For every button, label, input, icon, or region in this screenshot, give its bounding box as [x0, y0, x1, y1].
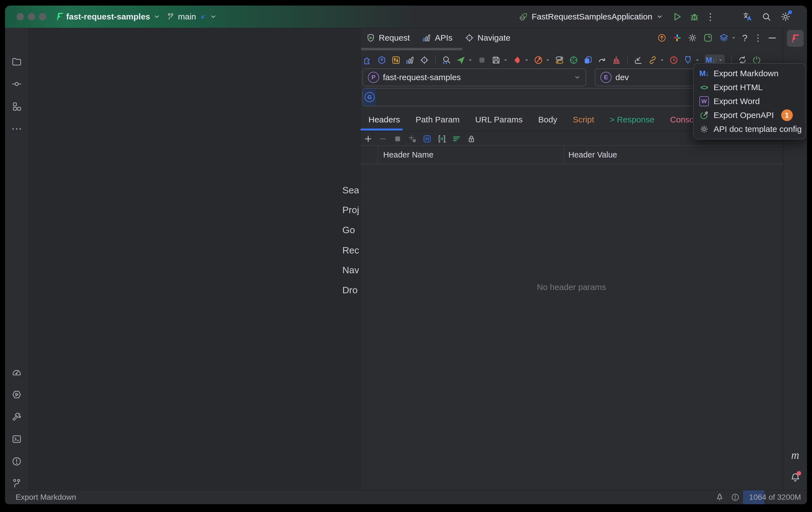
column-header-value[interactable]: Header Value	[564, 146, 784, 164]
copy-icon[interactable]	[583, 55, 593, 65]
project-widget[interactable]: F fast-request-samples	[57, 5, 160, 28]
remove-icon[interactable]	[378, 134, 388, 144]
project-select[interactable]: P fast-request-samples	[362, 69, 586, 86]
window-controls	[17, 13, 46, 20]
gear-icon[interactable]	[688, 33, 697, 43]
menu-item-export-html[interactable]: <> Export HTML	[694, 80, 805, 94]
api-bars-icon	[422, 33, 432, 43]
flame-dropdown-arrow-icon[interactable]	[524, 58, 529, 63]
clean-broom-icon[interactable]	[611, 55, 621, 65]
header-boxed-icon[interactable]	[422, 134, 432, 144]
send-request-icon[interactable]	[456, 55, 466, 65]
close-window-button[interactable]	[17, 13, 24, 20]
menu-item-export-word[interactable]: W Export Word	[694, 94, 805, 108]
sidebar-item-version-control[interactable]	[8, 475, 25, 492]
add-multiple-icon[interactable]	[407, 134, 417, 144]
plugin-puzzle-icon[interactable]	[362, 55, 373, 65]
debug-button[interactable]	[689, 11, 700, 22]
column-header-name[interactable]: Header Name	[378, 146, 564, 164]
menu-item-api-doc-template-config[interactable]: API doc template config	[694, 122, 805, 136]
add-icon[interactable]	[363, 134, 373, 144]
problems-indicator-icon[interactable]	[727, 490, 743, 504]
tab-navigate[interactable]: Navigate	[465, 33, 510, 43]
dropdown-arrow-icon[interactable]	[731, 35, 736, 41]
horizontal-scrollbar-thumb[interactable]	[361, 48, 462, 50]
import-icon[interactable]	[634, 55, 643, 65]
history-clock-icon[interactable]	[669, 55, 679, 65]
git-branch-widget[interactable]: main	[166, 5, 216, 28]
header-brackets-icon[interactable]	[437, 134, 447, 144]
sidebar-item-fast-request[interactable]: F	[787, 30, 804, 47]
github-cat-icon[interactable]	[683, 55, 693, 65]
export-dropdown-arrow-icon[interactable]	[716, 58, 724, 63]
memory-text: 1064 of 3200M	[749, 493, 801, 502]
editor-hint: Sea	[342, 185, 359, 196]
flame-icon[interactable]	[512, 55, 522, 65]
redo-icon[interactable]	[597, 55, 607, 65]
search-everywhere-icon[interactable]	[761, 12, 772, 22]
postman-dropdown-arrow-icon[interactable]	[545, 58, 550, 63]
memory-indicator[interactable]: 1064 of 3200M	[743, 490, 807, 504]
tab-headers[interactable]: Headers	[369, 115, 400, 125]
chevron-down-icon[interactable]	[656, 14, 663, 20]
titlebar-system-icons	[743, 5, 791, 28]
lock-icon[interactable]	[466, 134, 476, 144]
method-chip[interactable]: G	[363, 88, 376, 106]
postman-icon[interactable]	[533, 55, 543, 65]
run-button[interactable]	[672, 11, 683, 22]
tab-response[interactable]: > Response	[610, 115, 655, 125]
menu-item-export-openapi[interactable]: Export OpenAPI 1	[694, 108, 805, 122]
screen-share-icon[interactable]	[703, 33, 713, 43]
hexagon-config-icon[interactable]	[377, 55, 387, 65]
target-icon[interactable]	[569, 55, 579, 65]
sidebar-item-more[interactable]: ⋯	[8, 120, 25, 137]
translate-icon[interactable]	[743, 12, 753, 22]
minimize-icon[interactable]	[768, 37, 776, 38]
tab-url-params[interactable]: URL Params	[475, 115, 523, 125]
toggles-icon[interactable]	[554, 55, 564, 65]
github-dropdown-arrow-icon[interactable]	[695, 58, 700, 63]
sidebar-item-build[interactable]	[8, 408, 25, 425]
sidebar-item-structure[interactable]	[8, 98, 25, 115]
stop-icon[interactable]	[477, 55, 487, 65]
run-configuration-name[interactable]: FastRequestSamplesApplication	[532, 12, 652, 21]
sidebar-item-endpoints[interactable]	[8, 364, 25, 381]
structure-icon	[11, 101, 22, 112]
menu-item-export-markdown[interactable]: M↓ Export Markdown	[694, 66, 805, 80]
locate-crosshair-icon[interactable]	[419, 55, 429, 65]
settings-gear-button[interactable]	[780, 11, 791, 22]
tree-icon[interactable]	[712, 490, 727, 504]
zoom-window-button[interactable]	[39, 13, 46, 20]
link-icon[interactable]	[648, 55, 658, 65]
upgrade-icon[interactable]	[657, 33, 667, 43]
square-icon[interactable]	[393, 134, 403, 144]
editor-hint: Proj	[342, 205, 359, 215]
align-lines-icon[interactable]	[452, 134, 462, 144]
sidebar-item-services[interactable]	[8, 386, 25, 403]
tab-script[interactable]: Script	[573, 115, 594, 125]
api-bars-icon[interactable]	[405, 55, 415, 65]
sidebar-item-commit[interactable]	[8, 76, 25, 92]
empty-table-message: No header params	[537, 282, 606, 292]
link-dropdown-arrow-icon[interactable]	[660, 58, 665, 63]
sidebar-item-problems[interactable]	[8, 453, 25, 470]
sidebar-item-maven[interactable]: m	[787, 447, 804, 463]
save-dropdown-arrow-icon[interactable]	[503, 58, 508, 63]
minimize-window-button[interactable]	[28, 13, 35, 20]
search-code-icon[interactable]	[442, 55, 452, 65]
notifications-button[interactable]	[787, 469, 804, 486]
sidebar-item-project[interactable]	[8, 53, 25, 70]
send-dropdown-arrow-icon[interactable]	[468, 58, 473, 63]
tab-apis[interactable]: APIs	[422, 33, 453, 43]
tab-path-param[interactable]: Path Param	[415, 115, 459, 125]
save-icon[interactable]	[491, 55, 501, 65]
sidebar-item-terminal[interactable]	[8, 431, 25, 448]
bell-icon	[790, 472, 801, 483]
tab-apis-label: APIs	[435, 33, 453, 43]
sliders-icon[interactable]	[391, 55, 401, 65]
layers-icon[interactable]	[719, 33, 729, 43]
help-icon[interactable]: ?	[742, 32, 748, 44]
tab-body[interactable]: Body	[538, 115, 557, 125]
slack-icon[interactable]	[673, 33, 682, 42]
tab-request[interactable]: Request	[366, 33, 410, 43]
